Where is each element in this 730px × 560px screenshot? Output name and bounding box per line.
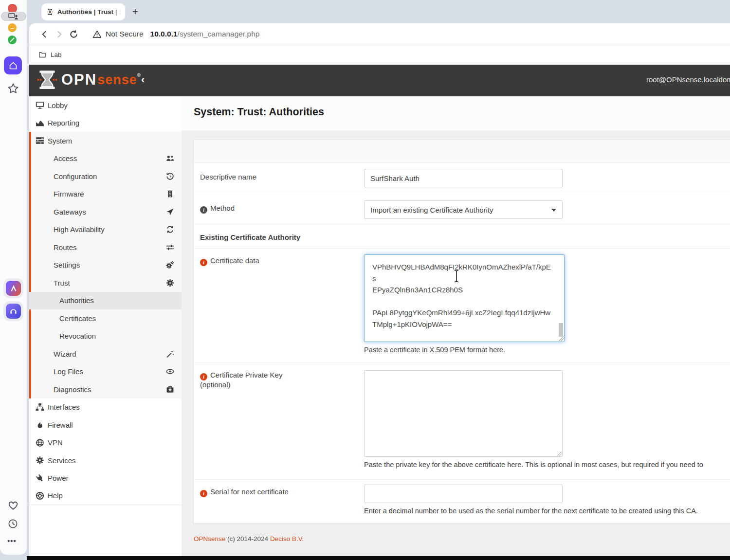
bookmarks-bar: Lab: [29, 45, 730, 65]
page-title-band: System: Trust: Authorities: [182, 96, 730, 130]
screen: –: [0, 0, 730, 560]
tab-title-fade: [111, 3, 125, 20]
row-certificate-data: iCertificate data VPhBHVQ9LHBAdM8qFI2kRK…: [194, 249, 730, 363]
sidebar-item-diagnostics[interactable]: Diagnostics: [29, 380, 182, 398]
browser-more-button[interactable]: •••: [7, 537, 20, 544]
textarea-scrollbar[interactable]: [559, 323, 563, 337]
sidebar-item-settings[interactable]: Settings: [29, 256, 182, 274]
sidebar-item-vpn[interactable]: VPN: [29, 434, 182, 452]
opnsense-footer-link[interactable]: OPNsense: [194, 535, 225, 542]
form-panel-header: [194, 140, 730, 163]
sidebar-item-firmware[interactable]: Firmware: [29, 185, 182, 203]
window-maximize-button[interactable]: [8, 36, 17, 44]
sidebar-item-power[interactable]: Power: [29, 470, 182, 488]
sidebar-item-log-files[interactable]: Log Files: [29, 363, 182, 381]
sidebar-item-firewall[interactable]: Firewall: [29, 416, 182, 434]
sidebar-item-interfaces[interactable]: Interfaces: [29, 398, 182, 416]
history-icon: [166, 172, 174, 181]
serial-help: Enter a decimal number to be used as the…: [364, 507, 698, 515]
sidebar-item-configuration[interactable]: Configuration: [29, 167, 182, 185]
row-descriptive-name: Descriptive name: [194, 163, 730, 191]
section-heading: Existing Certificate Authority: [194, 225, 300, 248]
serial-input[interactable]: [364, 485, 563, 503]
browser-window: Not Secure 10.0.0.1/system_camanager.php…: [29, 23, 730, 556]
browser-favorites-button[interactable]: [8, 500, 18, 511]
resize-handle[interactable]: [559, 336, 564, 341]
back-button[interactable]: [37, 27, 52, 41]
address-display[interactable]: Not Secure 10.0.0.1/system_camanager.php: [92, 30, 259, 39]
brand-registered-mark: ®: [137, 72, 141, 78]
private-key-help: Paste the private key for the above cert…: [364, 461, 703, 469]
browser-tab[interactable]: Authorities | Trust | Syste: [41, 3, 125, 20]
new-tab-button[interactable]: +: [129, 5, 142, 18]
system-expanded-section: System Access Configuration: [29, 132, 182, 398]
certificate-data-label: iCertificate data: [194, 249, 364, 362]
not-secure-label: Not Secure: [106, 30, 144, 38]
sidebar-item-help[interactable]: Help: [29, 487, 182, 505]
descriptive-name-label: Descriptive name: [194, 163, 364, 191]
not-secure-warning-icon: [92, 30, 102, 39]
sidebar-collapse-button[interactable]: ‹: [141, 73, 145, 86]
sidebar-item-certificates[interactable]: Certificates: [29, 309, 182, 327]
url-path: /system_camanager.php: [178, 30, 260, 38]
bookmark-lab[interactable]: Lab: [51, 51, 62, 58]
area-chart-icon: [36, 119, 44, 127]
gear-icon: [36, 456, 44, 465]
browser-side-strip: –: [0, 0, 27, 555]
required-info-icon[interactable]: i: [200, 490, 207, 497]
row-section-heading: Existing Certificate Authority: [194, 225, 730, 249]
sidebar-item-access[interactable]: Access: [29, 150, 182, 168]
forward-button[interactable]: [52, 27, 66, 41]
descriptive-name-input[interactable]: [364, 169, 563, 187]
required-info-icon[interactable]: i: [200, 259, 207, 266]
star-icon: [7, 83, 19, 94]
deciso-footer-link[interactable]: Deciso B.V.: [270, 535, 304, 542]
row-serial: iSerial for next certificate Enter a dec…: [194, 480, 730, 524]
resize-handle[interactable]: [557, 451, 562, 456]
eye-icon: [166, 367, 174, 376]
opnsense-favicon: [47, 8, 54, 16]
plug-icon: [36, 474, 44, 483]
browser-bookmarks-button[interactable]: [7, 83, 19, 94]
sidebar-item-services[interactable]: Services: [29, 452, 182, 470]
clock-icon: [8, 519, 18, 529]
sidebar-item-system[interactable]: System: [29, 132, 182, 150]
window-minimize-button[interactable]: –: [8, 23, 17, 32]
copyright-text: (c) 2014-2024: [227, 535, 268, 542]
required-info-icon[interactable]: i: [200, 373, 207, 380]
sidebar-item-reporting[interactable]: Reporting: [29, 114, 182, 132]
sidebar-item-revocation[interactable]: Revocation: [29, 327, 182, 345]
sidebar-item-trust[interactable]: Trust: [29, 274, 182, 292]
private-key-textarea[interactable]: [364, 370, 563, 457]
logged-in-user[interactable]: root@OPNsense.localdomain: [646, 75, 730, 84]
server-stack-icon: [36, 136, 44, 145]
private-key-label: iCertificate Private Key (optional): [194, 363, 364, 479]
sidebar-item-high-availability[interactable]: High Availability: [29, 221, 182, 239]
cogs-icon: [166, 261, 174, 269]
workspace-app-1[interactable]: [3, 278, 23, 298]
brand-opn: OPN: [61, 71, 97, 89]
browser-history-button[interactable]: [8, 519, 18, 529]
taskbar-strip: [27, 556, 730, 560]
browser-home-button[interactable]: [4, 56, 22, 74]
method-select[interactable]: Import an existing Certificate Authority: [364, 200, 563, 219]
sidebar-item-authorities[interactable]: Authorities: [29, 292, 182, 310]
back-icon: [40, 30, 49, 38]
sync-icon: [166, 225, 174, 234]
reload-button[interactable]: [66, 27, 81, 41]
page-footer: OPNsense (c) 2014-2024 Deciso B.V.: [194, 535, 304, 542]
certificate-data-textarea[interactable]: VPhBHVQ9LHBAdM8qFI2kRK0IynOmAZhexlP/aT/k…: [364, 254, 565, 342]
sidebar-item-routes[interactable]: Routes: [29, 238, 182, 256]
workspace-app-2[interactable]: [3, 301, 23, 321]
sidebar-item-gateways[interactable]: Gateways: [29, 203, 182, 221]
opnsense-logo[interactable]: OPNsense®: [37, 70, 141, 90]
sidebar-item-lobby[interactable]: Lobby: [29, 96, 182, 114]
serial-label: iSerial for next certificate: [194, 480, 364, 524]
sitemap-icon: [36, 403, 44, 412]
screen-share-indicator[interactable]: [1, 12, 26, 21]
opnsense-header: OPNsense® ‹ root@OPNsense.localdomain: [29, 65, 730, 96]
home-icon: [8, 61, 18, 71]
sliders-icon: [166, 243, 174, 252]
info-icon[interactable]: i: [200, 206, 207, 214]
sidebar-item-wizard[interactable]: Wizard: [29, 345, 182, 363]
